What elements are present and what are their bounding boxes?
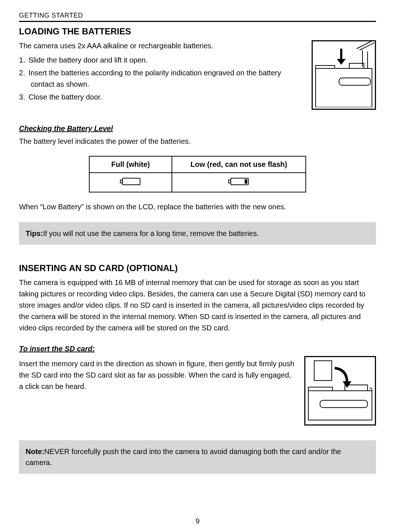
svg-rect-14 bbox=[314, 361, 332, 381]
table-header-low: Low (red, can not use flash) bbox=[172, 156, 306, 173]
low-battery-text: When “Low Battery” is shown on the LCD, … bbox=[19, 201, 376, 213]
sub-heading-battery-level: Checking the Battery Level bbox=[19, 124, 376, 133]
tips-text: If you will not use the camera for a lon… bbox=[43, 229, 259, 237]
section-title-sdcard: INSERTING AN SD CARD (OPTIONAL) bbox=[19, 263, 376, 273]
table-header-full: Full (white) bbox=[89, 156, 172, 173]
svg-rect-8 bbox=[123, 178, 140, 185]
svg-rect-0 bbox=[316, 68, 372, 107]
table-cell-full-icon bbox=[89, 173, 172, 192]
sdcard-intro: The camera is equipped with 16 MB of int… bbox=[19, 277, 376, 334]
tips-label: Tips: bbox=[26, 229, 43, 237]
figure-sdcard-insert bbox=[304, 356, 376, 426]
tips-callout: Tips:If you will not use the camera for … bbox=[19, 222, 376, 245]
note-label: Note: bbox=[26, 447, 44, 456]
svg-rect-12 bbox=[245, 179, 247, 184]
battery-low-icon bbox=[227, 177, 251, 186]
note-text: NEVER forcefully push the card into the … bbox=[26, 447, 341, 467]
svg-rect-16 bbox=[320, 400, 368, 408]
svg-rect-9 bbox=[120, 180, 123, 183]
battery-full-icon bbox=[119, 177, 142, 186]
page-header: GETTING STARTED bbox=[19, 12, 376, 22]
sdcard-insert-text: Insert the memory card in the direction … bbox=[19, 358, 296, 392]
figure-battery-insert bbox=[312, 40, 376, 110]
section-title-batteries: LOADING THE BATTERIES bbox=[19, 26, 376, 37]
table-cell-low-icon bbox=[172, 173, 306, 192]
battery-level-text: The battery level indicates the power of… bbox=[19, 136, 376, 147]
note-callout: Note:NEVER forcefully push the card into… bbox=[19, 440, 376, 474]
sub-heading-insert-sd: To insert the SD card: bbox=[19, 345, 376, 353]
svg-marker-6 bbox=[337, 59, 346, 65]
battery-level-table: Full (white) Low (red, can not use flash… bbox=[89, 156, 306, 192]
svg-rect-7 bbox=[339, 78, 370, 85]
page-number: 9 bbox=[0, 517, 395, 525]
svg-rect-13 bbox=[308, 391, 372, 420]
svg-rect-11 bbox=[229, 180, 231, 183]
